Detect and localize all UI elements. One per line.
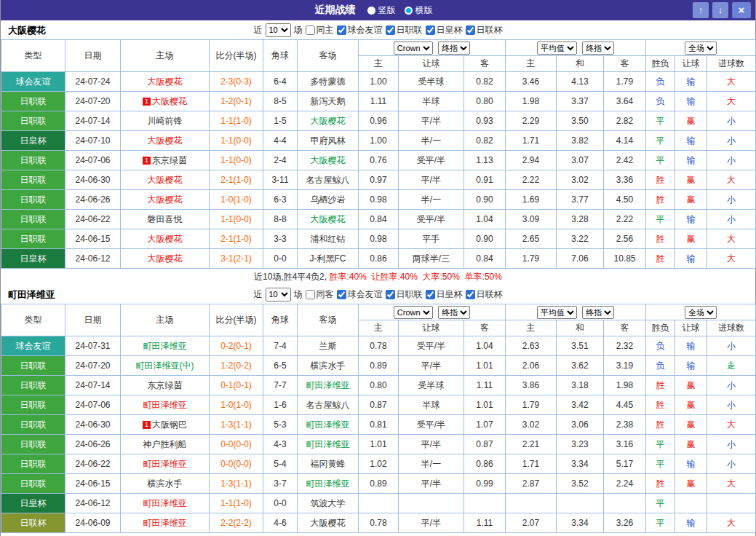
- handicap-line-cell: 受平/半: [399, 210, 464, 229]
- league-emperor-cup-checkbox[interactable]: [426, 25, 435, 35]
- match-row: 日职联24-06-30大阪樱花2-1(1-0)3-11名古屋鲸八0.97平/半0…: [1, 170, 756, 190]
- avg-final-select[interactable]: 终指: [582, 42, 614, 55]
- goals-result-cell: [707, 494, 756, 513]
- away-team-cell: 浦和红钻: [298, 229, 359, 249]
- avg-odds-draw-cell: 3.77: [557, 190, 604, 210]
- match-type-cell: 球会友谊: [1, 336, 65, 356]
- same-venue-checkbox[interactable]: [306, 290, 315, 299]
- away-team-cell: 新泻天鹅: [298, 92, 359, 111]
- handicap-line-cell: 平/半: [399, 435, 464, 454]
- league-levain-cup-checkbox[interactable]: [466, 25, 475, 35]
- match-type-cell: 日皇杯: [1, 131, 65, 151]
- avg-odds-home-cell: 2.65: [506, 229, 557, 249]
- away-team-name: 町田泽维亚: [306, 380, 350, 390]
- away-team-cell: 町田泽维亚: [298, 376, 359, 395]
- vertical-layout-radio[interactable]: 竖版: [367, 4, 396, 17]
- handicap-odds-away-cell: 0.91: [464, 170, 506, 190]
- league-j1-checkbox[interactable]: [386, 290, 395, 299]
- home-team-cell: 町田泽维亚: [121, 454, 210, 474]
- away-team-cell: 多特蒙德: [298, 72, 359, 92]
- close-button[interactable]: ×: [732, 2, 751, 18]
- avg-odds-away-cell: 10.85: [604, 249, 646, 269]
- avg-odds-draw-cell: 3.06: [557, 415, 604, 435]
- avg-odds-away-cell: 3.19: [604, 356, 646, 376]
- league-friendly-checkbox[interactable]: [337, 290, 346, 299]
- handicap-line-cell: 平/半: [399, 474, 464, 494]
- scope-select[interactable]: 全场: [685, 42, 717, 55]
- avg-final-select[interactable]: 终指: [582, 306, 614, 319]
- league-emperor-cup-checkbox-group[interactable]: 日皇杯: [426, 288, 463, 301]
- handicap-odds-away-cell: 0.86: [464, 454, 506, 474]
- odds-source-select[interactable]: Crown: [394, 42, 433, 55]
- handicap-odds-home-cell: [359, 494, 399, 513]
- score-cell: 0-0(0-0): [210, 435, 263, 454]
- handicap-result-cell: 输: [675, 336, 707, 356]
- match-date-cell: 24-07-20: [65, 92, 121, 111]
- score-cell: 0-1(0-1): [210, 376, 263, 395]
- league-levain-cup-checkbox-group[interactable]: 日联杯: [466, 24, 503, 36]
- odds-source-select[interactable]: Crown: [394, 306, 433, 319]
- handicap-line-cell: 受平/半: [399, 415, 464, 435]
- league-j1-checkbox-group[interactable]: 日职联: [386, 24, 423, 36]
- home-team-name: 横滨水手: [148, 478, 183, 489]
- league-levain-cup-checkbox[interactable]: [466, 290, 475, 299]
- odds-final-select[interactable]: 终指: [438, 42, 470, 55]
- score-cell: 1-1(0-0): [210, 210, 263, 229]
- score-cell: 3-1(2-1): [210, 249, 263, 269]
- outcome-result-cell: 平: [646, 494, 675, 513]
- league-j1-checkbox[interactable]: [386, 25, 395, 35]
- match-row: 日职联24-06-15横滨水手1-3(1-1)3-7町田泽维亚0.89平/半0.…: [1, 474, 756, 494]
- away-team-name: 浦和红钻: [311, 234, 346, 244]
- outcome-result-cell: 平: [646, 513, 675, 533]
- league-emperor-cup-checkbox[interactable]: [426, 290, 435, 299]
- corners-cell: 8-5: [263, 92, 298, 111]
- handicap-odds-away-cell: 1.01: [464, 395, 506, 415]
- home-team-cell: 大阪樱花: [121, 249, 210, 269]
- league-friendly-checkbox[interactable]: [337, 25, 346, 35]
- away-team-name: 町田泽维亚: [306, 439, 350, 449]
- league-label: 日皇杯: [437, 288, 463, 301]
- score-cell: 1-1(0-0): [210, 131, 263, 151]
- titlebar: 近期战绩 竖版 横版 ↑ ↓ ×: [1, 0, 755, 20]
- window-title: 近期战绩: [315, 4, 356, 17]
- league-friendly-checkbox-group[interactable]: 球会友谊: [337, 24, 383, 36]
- handicap-odds-away-cell: 1.07: [464, 415, 506, 435]
- scope-select[interactable]: 全场: [685, 306, 717, 319]
- league-friendly-checkbox-group[interactable]: 球会友谊: [337, 288, 383, 301]
- same-venue-checkbox-group[interactable]: 同客: [306, 288, 334, 301]
- away-team-name: 福冈黄蜂: [311, 459, 346, 469]
- match-row: 日职联24-06-22町田泽维亚0-0(0-0)5-4福冈黄蜂1.02半/一0.…: [1, 454, 756, 474]
- handicap-result-cell: 输: [675, 454, 707, 474]
- avg-odds-home-cell: 3.46: [506, 72, 557, 92]
- league-levain-cup-checkbox-group[interactable]: 日联杯: [466, 288, 503, 301]
- scroll-down-button[interactable]: ↓: [712, 2, 728, 18]
- league-label: 日职联: [397, 24, 423, 36]
- avg-source-select[interactable]: 平均值: [537, 42, 577, 55]
- match-count-select[interactable]: 10: [266, 23, 291, 37]
- handicap-line-cell: 受平/半: [399, 336, 464, 356]
- horizontal-layout-radio[interactable]: 横版: [405, 4, 433, 17]
- league-emperor-cup-checkbox-group[interactable]: 日皇杯: [426, 24, 463, 36]
- home-team-name: 大阪樱花: [148, 76, 183, 87]
- avg-odds-away-cell: 5.17: [604, 454, 646, 474]
- corners-cell: 1-6: [263, 395, 298, 415]
- record-summary-stats: 胜率:40% 让胜率:40% 大率:50% 单率:50%: [329, 272, 501, 282]
- subheader-avg-home: 主: [506, 56, 557, 72]
- avg-source-select[interactable]: 平均值: [537, 306, 577, 319]
- away-team-name: 大阪樱花: [311, 155, 346, 165]
- handicap-line-cell: 受半球: [399, 376, 464, 395]
- corners-cell: 4-4: [263, 131, 298, 151]
- league-j1-checkbox-group[interactable]: 日职联: [386, 288, 423, 301]
- column-header-date: 日期: [65, 304, 121, 336]
- same-venue-checkbox-group[interactable]: 同主: [306, 24, 334, 36]
- odds-final-select[interactable]: 终指: [438, 306, 470, 319]
- match-count-select[interactable]: 10: [266, 288, 291, 302]
- home-team-cell: 大阪樱花: [121, 131, 210, 151]
- scroll-up-button[interactable]: ↑: [693, 2, 709, 18]
- outcome-result-cell: 胜: [646, 376, 675, 395]
- subheader-outcome: 胜负: [646, 56, 675, 72]
- handicap-result-cell: 输: [675, 249, 707, 269]
- match-date-cell: 24-07-06: [65, 395, 121, 415]
- same-venue-checkbox[interactable]: [306, 25, 315, 35]
- handicap-line-cell: 半球: [399, 395, 464, 415]
